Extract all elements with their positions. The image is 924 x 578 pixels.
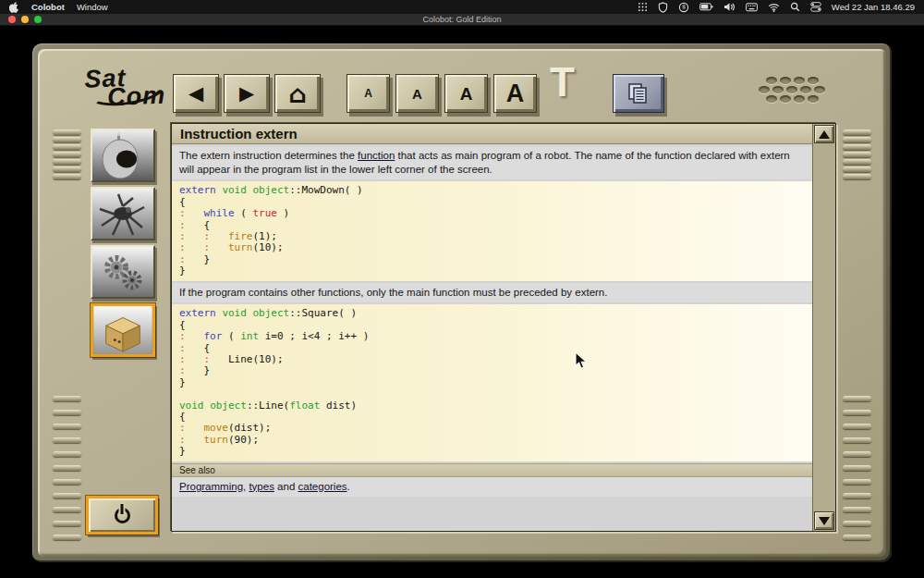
- traffic-lights: [8, 16, 42, 23]
- rib: [843, 144, 871, 150]
- code-line: extern void object::MowDown( ): [179, 185, 805, 196]
- copy-button[interactable]: [613, 74, 664, 113]
- apple-menu-icon[interactable]: [9, 1, 19, 13]
- sidebar-button-buildings[interactable]: [91, 245, 155, 299]
- power-button[interactable]: [86, 496, 158, 535]
- code-line: : turn(90);: [179, 435, 805, 446]
- vent-ribs-left-top: [53, 129, 81, 181]
- doc-link[interactable]: categories: [298, 481, 347, 492]
- copy-pages-icon: [625, 81, 652, 105]
- spotlight-search-icon[interactable]: [790, 2, 800, 12]
- control-center-icon[interactable]: [810, 2, 821, 12]
- speaker-row: [766, 77, 825, 84]
- rib: [53, 451, 81, 457]
- doc-text: .: [347, 481, 350, 492]
- rib: [53, 129, 81, 135]
- robot-icon: [92, 189, 153, 239]
- menubar-clock[interactable]: Wed 22 Jan 18.46.29: [832, 2, 915, 12]
- doc-intro-paragraph: The extern instruction determines the fu…: [172, 146, 812, 179]
- font-style-t-button[interactable]: T: [550, 62, 575, 103]
- rib: [843, 465, 871, 471]
- doc-body: The extern instruction determines the fu…: [172, 144, 812, 531]
- speaker-hole: [780, 77, 791, 84]
- menubar-left: Colobot Window: [9, 1, 108, 13]
- rib: [843, 137, 871, 142]
- app-grid-icon[interactable]: [638, 2, 648, 12]
- code-line: : for ( int i=0 ; i<4 ; i++ ): [179, 331, 805, 342]
- code-line: }: [179, 265, 805, 277]
- keyboard-icon[interactable]: [746, 3, 758, 12]
- rib: [843, 479, 871, 485]
- doc-link[interactable]: Programming: [179, 481, 243, 492]
- font-size-1-button[interactable]: A: [346, 74, 390, 113]
- speaker-hole: [814, 86, 825, 93]
- code-line: }: [179, 446, 805, 457]
- doc-link[interactable]: types: [249, 481, 274, 492]
- doc-title: Instruction extern: [172, 124, 812, 144]
- see-also-links: Programming, types and categories.: [172, 477, 812, 498]
- vent-ribs-right-bottom: [843, 396, 871, 548]
- speaker-hole: [772, 86, 784, 93]
- scroll-up-button[interactable]: [814, 125, 834, 143]
- rib: [843, 437, 871, 443]
- shield-icon[interactable]: [658, 2, 668, 13]
- doc-link[interactable]: function: [358, 150, 395, 161]
- home-icon: ⌂: [288, 81, 306, 106]
- rib: [53, 521, 81, 526]
- speaker-row: [759, 86, 825, 93]
- satcom-logo: Sat Com: [84, 66, 178, 118]
- menubar-right: Wed 22 Jan 18.46.29: [638, 2, 915, 13]
- close-window-button[interactable]: [8, 16, 16, 23]
- speaker-hole: [759, 86, 770, 93]
- rib: [843, 174, 871, 179]
- minimize-window-button[interactable]: [21, 16, 29, 23]
- see-also-label: See also: [172, 463, 812, 477]
- satcom-document: Instruction extern The extern instructio…: [171, 123, 836, 532]
- rib: [843, 129, 871, 135]
- doc-scrollbar[interactable]: [812, 124, 835, 531]
- speaker-hole: [808, 95, 819, 103]
- scroll-up-icon: [819, 130, 830, 139]
- code-line: {: [179, 412, 805, 423]
- app-menu-colobot[interactable]: Colobot: [31, 2, 65, 12]
- rib: [843, 451, 871, 457]
- home-button[interactable]: ⌂: [274, 74, 321, 113]
- code-line: }: [179, 377, 805, 388]
- battery-icon[interactable]: [699, 3, 713, 11]
- speaker-hole: [794, 77, 805, 84]
- font-size-3-label: A: [460, 85, 473, 103]
- speaker-hole: [780, 95, 791, 103]
- code-line: : }: [179, 365, 805, 376]
- font-size-1-label: A: [364, 88, 372, 99]
- volume-icon[interactable]: [723, 2, 736, 12]
- font-size-4-button[interactable]: A: [493, 74, 537, 113]
- scroll-down-button[interactable]: [814, 511, 834, 530]
- status-s-icon[interactable]: [678, 2, 689, 13]
- rib: [843, 521, 871, 526]
- code-line: : }: [179, 254, 805, 265]
- speaker-hole: [786, 86, 797, 93]
- zoom-window-button[interactable]: [34, 16, 42, 23]
- forward-button[interactable]: ▶: [224, 74, 270, 113]
- sidebar-button-bots[interactable]: [91, 187, 155, 240]
- menu-window[interactable]: Window: [77, 2, 108, 12]
- sidebar-button-programming[interactable]: [91, 303, 155, 357]
- rib: [53, 144, 81, 150]
- font-size-2-button[interactable]: A: [395, 74, 439, 113]
- rib: [53, 507, 81, 512]
- rib: [53, 437, 81, 443]
- back-button[interactable]: ◀: [173, 74, 219, 113]
- astronaut-icon: [92, 130, 153, 180]
- rib: [843, 493, 871, 498]
- speaker-row: [766, 95, 825, 103]
- sidebar-button-huston[interactable]: [91, 129, 155, 182]
- window-titlebar: Colobot: Gold Edition: [0, 14, 924, 26]
- rib: [53, 465, 81, 471]
- font-size-3-button[interactable]: A: [444, 74, 488, 113]
- wifi-icon[interactable]: [768, 3, 780, 12]
- speaker-hole: [800, 86, 811, 93]
- code-line: : move(dist);: [179, 423, 805, 434]
- rib: [843, 166, 871, 172]
- menu-bar: Colobot Window: [0, 0, 924, 14]
- rib: [53, 424, 81, 429]
